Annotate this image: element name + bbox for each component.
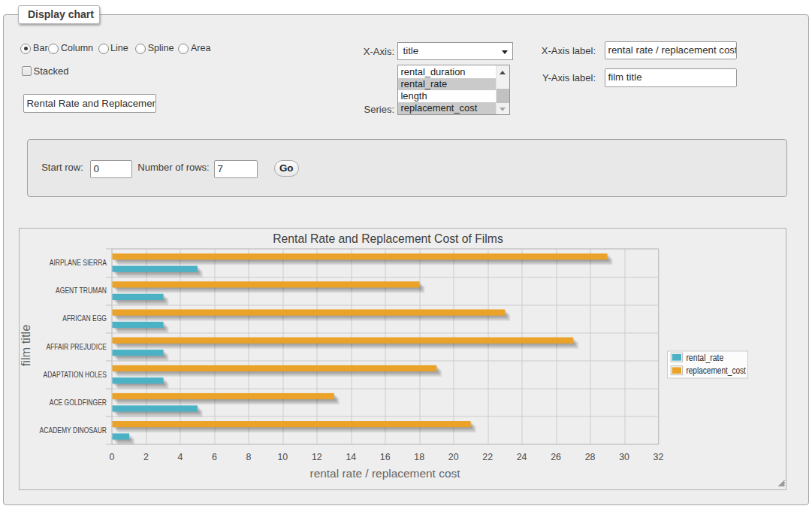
svg-text:32: 32 <box>653 451 663 462</box>
svg-text:AFRICAN EGG: AFRICAN EGG <box>62 314 107 323</box>
svg-text:AFFAIR PREJUDICE: AFFAIR PREJUDICE <box>46 342 107 350</box>
svg-text:6: 6 <box>211 451 216 462</box>
svg-text:0: 0 <box>109 451 114 462</box>
svg-text:2: 2 <box>143 451 149 462</box>
svg-text:30: 30 <box>619 451 629 462</box>
svg-text:12: 12 <box>311 451 321 462</box>
svg-text:14: 14 <box>346 451 356 462</box>
svg-text:16: 16 <box>379 451 390 462</box>
svg-text:4: 4 <box>177 451 183 462</box>
svg-text:8: 8 <box>246 451 251 462</box>
svg-text:10: 10 <box>277 451 288 462</box>
svg-text:24: 24 <box>516 451 527 462</box>
svg-text:ACADEMY DINOSAUR: ACADEMY DINOSAUR <box>39 426 106 434</box>
svg-text:20: 20 <box>448 451 458 462</box>
svg-text:26: 26 <box>551 451 561 462</box>
svg-text:AIRPLANE SIERRA: AIRPLANE SIERRA <box>49 259 107 267</box>
svg-text:rental_rate: rental_rate <box>686 352 723 362</box>
svg-text:28: 28 <box>584 451 595 462</box>
svg-text:22: 22 <box>482 451 493 462</box>
svg-text:rental rate / replacement cost: rental rate / replacement cost <box>309 467 460 479</box>
svg-text:film title: film title <box>20 324 32 366</box>
svg-text:18: 18 <box>414 451 424 462</box>
svg-text:Rental Rate and Replacement Co: Rental Rate and Replacement Cost of Film… <box>273 231 503 245</box>
svg-text:ACE GOLDFINGER: ACE GOLDFINGER <box>49 398 106 406</box>
svg-text:AGENT TRUMAN: AGENT TRUMAN <box>56 286 107 295</box>
svg-text:replacement_cost: replacement_cost <box>686 365 746 376</box>
svg-text:ADAPTATION HOLES: ADAPTATION HOLES <box>43 370 107 378</box>
